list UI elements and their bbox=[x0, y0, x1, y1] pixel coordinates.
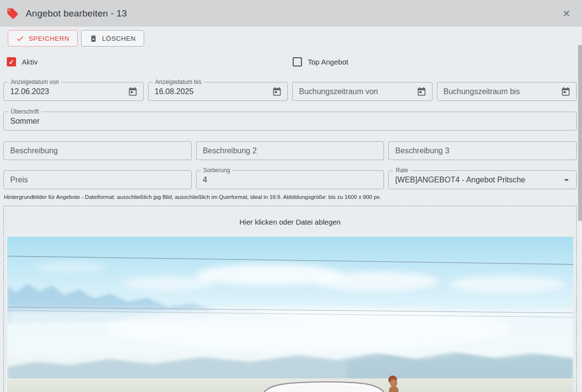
field-value: 4 bbox=[203, 171, 207, 189]
delete-button[interactable]: LÖSCHEN bbox=[81, 30, 144, 47]
chevron-down-icon[interactable] bbox=[564, 179, 569, 181]
dropzone-label: Hier klicken oder Datei ablegen bbox=[4, 218, 576, 226]
save-button-label: SPEICHERN bbox=[29, 35, 69, 42]
beschreibung3-field[interactable]: Beschreibung 3 bbox=[388, 141, 577, 160]
date-fields-row: Anzeigedatum von 12.06.2023 Anzeigedatum… bbox=[3, 82, 577, 101]
field-value: Sommer bbox=[10, 112, 39, 130]
ueberschrift-field[interactable]: Überschrift Sommer bbox=[3, 112, 577, 131]
aktiv-label: Aktiv bbox=[22, 58, 38, 66]
buchungszeitraum-bis-field[interactable]: Buchungszeitraum bis bbox=[437, 82, 577, 101]
rate-select[interactable]: Rate [WEB]ANGEBOT4 - Angebot Pritsche bbox=[388, 170, 577, 189]
field-placeholder: Buchungszeitraum bis bbox=[444, 82, 520, 100]
aktiv-checkbox[interactable]: ✓ bbox=[7, 57, 16, 66]
top-angebot-checkbox[interactable] bbox=[293, 57, 302, 66]
beschreibung-row: Beschreibung Beschreibung 2 Beschreibung… bbox=[3, 141, 577, 160]
calendar-icon[interactable] bbox=[272, 86, 282, 97]
dialog-title: Angebot bearbeiten - 13 bbox=[26, 8, 127, 19]
calendar-icon[interactable] bbox=[128, 86, 138, 97]
field-placeholder: Beschreibung 3 bbox=[395, 142, 449, 160]
trash-icon bbox=[89, 34, 98, 43]
aktiv-checkbox-group: ✓ Aktiv bbox=[7, 57, 38, 66]
offer-tag-icon bbox=[6, 7, 19, 20]
beschreibung2-field[interactable]: Beschreibung 2 bbox=[196, 141, 384, 160]
preis-row: Preis Sortierung 4 Rate [WEB]ANGEBOT4 - … bbox=[3, 170, 577, 189]
vertical-scrollbar[interactable] bbox=[578, 45, 582, 221]
field-value: [WEB]ANGEBOT4 - Angebot Pritsche bbox=[395, 171, 525, 189]
sortierung-field[interactable]: Sortierung 4 bbox=[196, 170, 384, 189]
ueberschrift-row: Überschrift Sommer bbox=[3, 112, 577, 131]
close-icon[interactable]: ✕ bbox=[560, 7, 573, 20]
preis-field[interactable]: Preis bbox=[3, 170, 192, 189]
delete-button-label: LÖSCHEN bbox=[102, 35, 135, 42]
toolbar: SPEICHERN LÖSCHEN bbox=[8, 30, 144, 47]
beschreibung-field[interactable]: Beschreibung bbox=[3, 141, 192, 160]
calendar-icon[interactable] bbox=[561, 86, 571, 97]
file-dropzone[interactable]: Hier klicken oder Datei ablegen bbox=[3, 206, 577, 392]
field-value: 12.06.2023 bbox=[10, 82, 49, 100]
field-value: 16.08.2025 bbox=[155, 82, 194, 100]
field-placeholder: Buchungszeitraum von bbox=[299, 82, 378, 100]
preview-image bbox=[7, 237, 573, 392]
field-placeholder: Beschreibung 2 bbox=[203, 142, 257, 160]
field-placeholder: Preis bbox=[10, 171, 28, 189]
dialog-header: Angebot bearbeiten - 13 ✕ bbox=[0, 0, 582, 27]
calendar-icon[interactable] bbox=[416, 86, 427, 97]
checkmark-icon: ✓ bbox=[9, 58, 15, 66]
save-button[interactable]: SPEICHERN bbox=[8, 30, 78, 47]
anzeigedatum-bis-field[interactable]: Anzeigedatum bis 16.08.2025 bbox=[148, 82, 288, 101]
upload-hint: Hintergrundbilder für Angebote - Dateifo… bbox=[4, 194, 577, 200]
top-angebot-checkbox-group: Top Angebot bbox=[293, 57, 348, 66]
field-placeholder: Beschreibung bbox=[10, 142, 58, 160]
anzeigedatum-von-field[interactable]: Anzeigedatum von 12.06.2023 bbox=[3, 82, 144, 101]
check-icon bbox=[16, 34, 24, 43]
buchungszeitraum-von-field[interactable]: Buchungszeitraum von bbox=[292, 82, 432, 101]
checkbox-row: ✓ Aktiv Top Angebot bbox=[7, 57, 575, 68]
top-angebot-label: Top Angebot bbox=[308, 58, 348, 66]
